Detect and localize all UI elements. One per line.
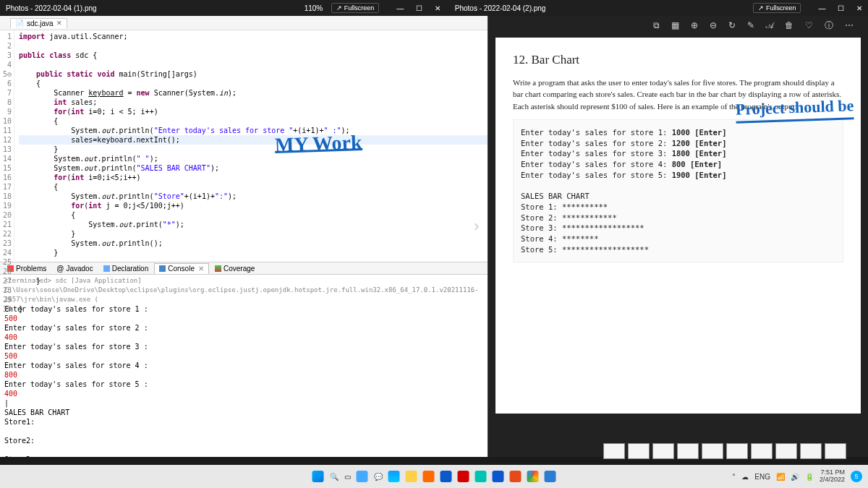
info-icon[interactable]: ⓘ <box>825 20 833 32</box>
zoom-level[interactable]: 110% <box>305 4 323 12</box>
thumbnail[interactable] <box>702 443 723 459</box>
code-area[interactable]: 12345⊖6789101112131415161718192021222324… <box>0 30 488 262</box>
slideshow-icon[interactable]: ▦ <box>671 20 679 30</box>
system-tray: ˄ ☁ ENG 📶 🔊 🔋 7:51 PM 2/4/2022 5 <box>732 469 862 484</box>
store-icon[interactable] <box>423 471 435 482</box>
editor-tab-sdc[interactable]: 📄 sdc.java ✕ <box>10 18 67 28</box>
minimize-icon[interactable]: — <box>818 4 825 12</box>
thumbnail[interactable] <box>775 443 797 459</box>
thumbnail[interactable] <box>825 443 846 459</box>
thumbnail[interactable] <box>652 443 674 459</box>
chrome-icon[interactable] <box>527 471 539 482</box>
window-controls: — ☐ ✕ <box>386 4 441 12</box>
filmstrip <box>603 443 846 459</box>
mcafee-icon[interactable] <box>458 471 469 482</box>
app-icon[interactable] <box>475 471 487 482</box>
thumbnail[interactable] <box>628 443 650 459</box>
eclipse-editor-pane: 📄 sdc.java ✕ 12345⊖678910111213141516171… <box>0 16 488 457</box>
more-icon[interactable]: ⋯ <box>845 20 854 30</box>
fullscreen-button[interactable]: ↗ Fullscreen <box>331 3 379 13</box>
close-icon[interactable]: ✕ <box>856 4 862 12</box>
chevron-up-icon[interactable]: ˄ <box>732 473 736 481</box>
textbook-page: 12. Bar Chart Write a program that asks … <box>495 38 861 414</box>
right-window-title: Photos - 2022-02-04 (2).png <box>455 4 546 12</box>
chat-icon[interactable]: 💬 <box>374 473 383 481</box>
thumbnail[interactable] <box>677 443 699 459</box>
window-controls-right: — ☐ ✕ <box>808 4 862 12</box>
thumbnail[interactable] <box>726 443 748 459</box>
mail-icon[interactable] <box>441 471 452 482</box>
photos-icon[interactable] <box>545 471 556 482</box>
start-icon[interactable] <box>312 471 324 482</box>
battery-icon[interactable]: 🔋 <box>805 473 814 481</box>
handwriting-project: Project should be <box>735 93 854 124</box>
delete-icon[interactable]: 🗑 <box>785 20 793 30</box>
close-icon[interactable]: ✕ <box>435 4 441 12</box>
thumbnail[interactable] <box>603 443 625 459</box>
handwriting-mywork: MY Work <box>275 137 362 153</box>
java-file-icon: 📄 <box>15 20 24 27</box>
compare-icon[interactable]: ⧉ <box>653 20 660 30</box>
example-output-box: Enter today's sales for store 1: 1000 [E… <box>513 119 843 262</box>
problem-heading: 12. Bar Chart <box>513 51 843 69</box>
thumbnail[interactable] <box>751 443 773 459</box>
zoom-in-icon[interactable]: ⊕ <box>691 20 698 30</box>
rotate-icon[interactable]: ↻ <box>728 20 736 30</box>
edge-icon[interactable] <box>388 471 400 482</box>
windows-taskbar: 🔍 ▭ 💬 ˄ ☁ ENG 📶 🔊 🔋 7:51 PM 2/4/2022 5 <box>0 465 868 488</box>
left-window-title: Photos - 2022-02-04 (1).png <box>6 4 97 12</box>
thumbnail[interactable] <box>800 443 822 459</box>
maximize-icon[interactable]: ☐ <box>416 4 422 12</box>
line-gutter: 12345⊖6789101112131415161718192021222324… <box>0 30 14 262</box>
tab-close-icon[interactable]: ✕ <box>56 20 62 27</box>
clock[interactable]: 7:51 PM 2/4/2022 <box>820 469 845 484</box>
taskbar-center: 🔍 ▭ 💬 <box>312 471 556 482</box>
app-icon[interactable] <box>493 471 504 482</box>
maximize-icon[interactable]: ☐ <box>838 4 844 12</box>
zoom-out-icon[interactable]: ⊖ <box>710 20 717 30</box>
favorite-icon[interactable]: ♡ <box>805 20 813 30</box>
volume-icon[interactable]: 🔊 <box>791 473 799 481</box>
notification-badge[interactable]: 5 <box>851 471 862 482</box>
onedrive-icon[interactable]: ☁ <box>741 473 749 481</box>
taskview-icon[interactable]: ▭ <box>344 473 351 481</box>
office-icon[interactable] <box>510 471 522 482</box>
editor-tabbar: 📄 sdc.java ✕ <box>0 16 488 30</box>
draw-icon[interactable]: 𝒜 <box>766 20 773 30</box>
search-icon[interactable]: 🔍 <box>330 473 339 481</box>
widgets-icon[interactable] <box>357 471 368 482</box>
lang-indicator[interactable]: ENG <box>754 473 770 481</box>
tab-label: sdc.java <box>27 20 54 27</box>
next-photo-arrow[interactable]: › <box>474 217 479 236</box>
source-code[interactable]: import java.util.Scanner; public class s… <box>14 30 488 262</box>
fullscreen-button-right[interactable]: ↗ Fullscreen <box>753 3 801 13</box>
edit-icon[interactable]: ✎ <box>747 20 754 30</box>
left-titlebar: Photos - 2022-02-04 (1).png 110% ↗ Fulls… <box>0 0 868 16</box>
minimize-icon[interactable]: — <box>396 4 404 12</box>
photos-right-pane: ⧉ ▦ ⊕ ⊖ ↻ ✎ 𝒜 🗑 ♡ ⓘ ⋯ 12. Bar Chart Writ… <box>488 16 868 457</box>
explorer-icon[interactable] <box>406 471 417 482</box>
photos-toolbar: ⧉ ▦ ⊕ ⊖ ↻ ✎ 𝒜 🗑 ♡ ⓘ ⋯ <box>488 16 868 35</box>
wifi-icon[interactable]: 📶 <box>776 473 785 481</box>
